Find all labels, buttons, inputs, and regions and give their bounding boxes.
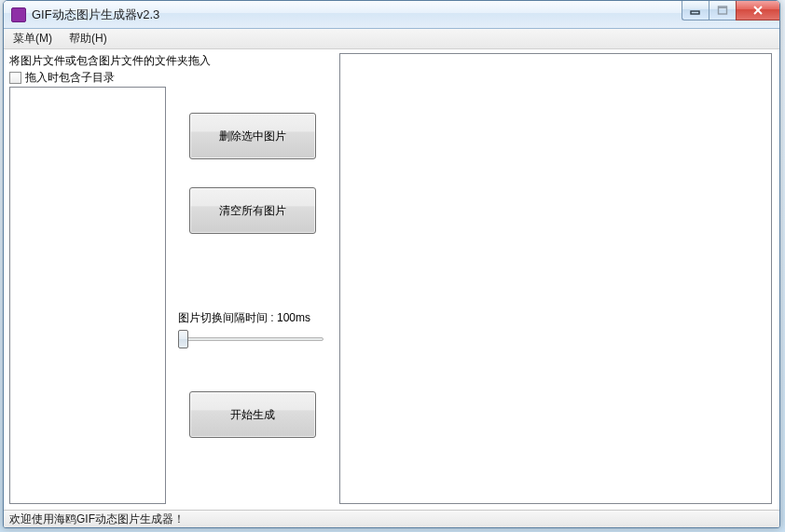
file-list[interactable] [9,87,166,504]
maximize-button [709,1,736,20]
window-title: GIF动态图片生成器v2.3 [32,7,159,23]
close-button[interactable] [736,1,779,20]
desktop-background: GIF动态图片生成器v2.3 [0,0,785,532]
include-subdir-label[interactable]: 拖入时包含子目录 [25,70,115,86]
status-text: 欢迎使用海鸥GIF动态图片生成器！ [9,512,185,527]
clear-all-button[interactable]: 清空所有图片 [189,187,316,234]
app-icon [11,7,26,22]
minimize-button[interactable] [682,1,709,20]
svg-line-4 [754,7,762,14]
menu-menu[interactable]: 菜单(M) [13,31,52,47]
include-subdir-checkbox[interactable] [9,72,21,84]
preview-panel [339,53,772,504]
slider-track [184,337,324,341]
interval-value: 100ms [277,311,310,324]
svg-line-3 [754,7,762,14]
drag-hint-label: 将图片文件或包含图片文件的文件夹拖入 [9,53,211,69]
include-subdir-row: 拖入时包含子目录 [9,70,115,86]
interval-label: 图片切换间隔时间 : 100ms [174,310,331,326]
app-window: GIF动态图片生成器v2.3 [3,0,780,528]
client-area: 将图片文件或包含图片文件的文件夹拖入 拖入时包含子目录 删除选中图片 清空所有图… [4,49,779,510]
maximize-icon [717,5,728,16]
close-icon [751,5,764,16]
interval-label-prefix: 图片切换间隔时间 : [178,311,277,324]
interval-slider[interactable] [178,328,324,350]
menu-help[interactable]: 帮助(H) [69,31,107,47]
status-bar: 欢迎使用海鸥GIF动态图片生成器！ [4,510,779,528]
window-controls [682,1,779,20]
minimize-icon [690,5,701,16]
menu-bar: 菜单(M) 帮助(H) [4,29,779,49]
controls-column: 删除选中图片 清空所有图片 图片切换间隔时间 : 100ms 开始生成 [174,87,331,438]
start-generate-button[interactable]: 开始生成 [189,391,316,438]
title-bar[interactable]: GIF动态图片生成器v2.3 [4,1,779,29]
svg-rect-1 [719,7,727,14]
delete-selected-button[interactable]: 删除选中图片 [189,113,316,159]
slider-thumb[interactable] [178,330,188,348]
svg-rect-0 [691,11,699,14]
